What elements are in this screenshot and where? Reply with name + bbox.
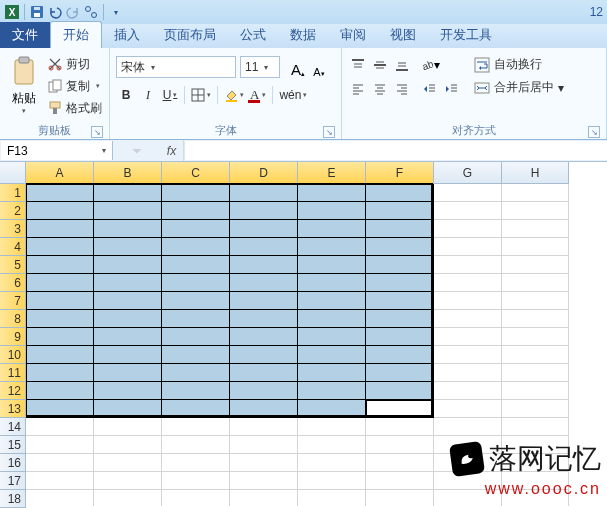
cell[interactable] — [26, 490, 94, 506]
tab-insert[interactable]: 插入 — [102, 22, 152, 48]
cell[interactable] — [298, 400, 366, 418]
row-header[interactable]: 15 — [0, 436, 26, 454]
cell[interactable] — [94, 184, 162, 202]
save-icon[interactable] — [29, 4, 45, 20]
cell[interactable] — [502, 202, 569, 220]
cell[interactable] — [298, 202, 366, 220]
cell[interactable] — [230, 328, 298, 346]
align-middle-icon[interactable] — [370, 56, 390, 74]
cell[interactable] — [502, 382, 569, 400]
fx-icon[interactable]: fx — [160, 140, 184, 161]
cell[interactable] — [502, 418, 569, 436]
bold-button[interactable]: B — [116, 84, 136, 106]
cell[interactable] — [230, 490, 298, 506]
fill-color-button[interactable]: ▾ — [222, 84, 246, 106]
active-cell[interactable] — [366, 400, 434, 418]
select-all-corner[interactable] — [0, 162, 26, 184]
cell[interactable] — [366, 184, 434, 202]
cell[interactable] — [94, 436, 162, 454]
decrease-indent-icon[interactable] — [420, 80, 440, 98]
cell[interactable] — [94, 256, 162, 274]
align-expand-icon[interactable]: ↘ — [588, 126, 600, 138]
cell[interactable] — [94, 382, 162, 400]
cell[interactable] — [502, 328, 569, 346]
column-header[interactable]: B — [94, 162, 162, 184]
row-header[interactable]: 1 — [0, 184, 26, 202]
cell[interactable] — [26, 364, 94, 382]
cell[interactable] — [162, 490, 230, 506]
cell[interactable] — [230, 364, 298, 382]
cell[interactable] — [366, 220, 434, 238]
cell[interactable] — [94, 310, 162, 328]
cell[interactable] — [298, 220, 366, 238]
cell[interactable] — [298, 382, 366, 400]
cell[interactable] — [366, 454, 434, 472]
cell[interactable] — [502, 238, 569, 256]
cell[interactable] — [366, 310, 434, 328]
cell[interactable] — [502, 490, 569, 506]
cell[interactable] — [26, 400, 94, 418]
cell[interactable] — [434, 256, 502, 274]
name-box[interactable]: F13 ▾ — [1, 141, 113, 160]
cell[interactable] — [230, 418, 298, 436]
cell[interactable] — [366, 364, 434, 382]
cell[interactable] — [162, 436, 230, 454]
cell[interactable] — [230, 238, 298, 256]
cell[interactable] — [502, 346, 569, 364]
cell[interactable] — [366, 328, 434, 346]
cell[interactable] — [230, 292, 298, 310]
cell[interactable] — [26, 202, 94, 220]
cell[interactable] — [26, 472, 94, 490]
cell[interactable] — [162, 472, 230, 490]
cell[interactable] — [94, 292, 162, 310]
align-left-icon[interactable] — [348, 80, 368, 98]
cell[interactable] — [502, 400, 569, 418]
cell[interactable] — [434, 310, 502, 328]
borders-button[interactable]: ▾ — [189, 84, 213, 106]
align-right-icon[interactable] — [392, 80, 412, 98]
cell[interactable] — [230, 274, 298, 292]
cell[interactable] — [26, 310, 94, 328]
font-expand-icon[interactable]: ↘ — [323, 126, 335, 138]
cell[interactable] — [94, 202, 162, 220]
cell[interactable] — [26, 274, 94, 292]
row-header[interactable]: 8 — [0, 310, 26, 328]
cell[interactable] — [162, 238, 230, 256]
cell[interactable] — [366, 292, 434, 310]
row-header[interactable]: 11 — [0, 364, 26, 382]
formula-input[interactable] — [184, 141, 607, 160]
paste-button[interactable]: 粘贴 ▾ — [6, 50, 42, 121]
cell[interactable] — [298, 490, 366, 506]
cell[interactable] — [434, 490, 502, 506]
cell[interactable] — [230, 202, 298, 220]
cell[interactable] — [434, 274, 502, 292]
row-header[interactable]: 17 — [0, 472, 26, 490]
cell[interactable] — [94, 238, 162, 256]
cell[interactable] — [94, 418, 162, 436]
cell[interactable] — [434, 400, 502, 418]
cell[interactable] — [434, 436, 502, 454]
cell[interactable] — [502, 274, 569, 292]
cell[interactable] — [298, 184, 366, 202]
cell[interactable] — [298, 364, 366, 382]
cell[interactable] — [26, 220, 94, 238]
cell[interactable] — [162, 346, 230, 364]
copy-button[interactable]: 复制▾ — [48, 76, 102, 96]
cut-button[interactable]: 剪切 — [48, 54, 102, 74]
cell[interactable] — [434, 292, 502, 310]
cell[interactable] — [26, 346, 94, 364]
cell[interactable] — [230, 310, 298, 328]
cell[interactable] — [366, 238, 434, 256]
cell[interactable] — [298, 292, 366, 310]
row-header[interactable]: 13 — [0, 400, 26, 418]
cell[interactable] — [94, 346, 162, 364]
touch-icon[interactable] — [83, 4, 99, 20]
cell[interactable] — [366, 346, 434, 364]
row-header[interactable]: 7 — [0, 292, 26, 310]
tab-view[interactable]: 视图 — [378, 22, 428, 48]
customize-qat-icon[interactable]: ▾ — [108, 4, 124, 20]
column-header[interactable]: H — [502, 162, 569, 184]
cell[interactable] — [434, 220, 502, 238]
cell[interactable] — [162, 256, 230, 274]
cell[interactable] — [26, 454, 94, 472]
